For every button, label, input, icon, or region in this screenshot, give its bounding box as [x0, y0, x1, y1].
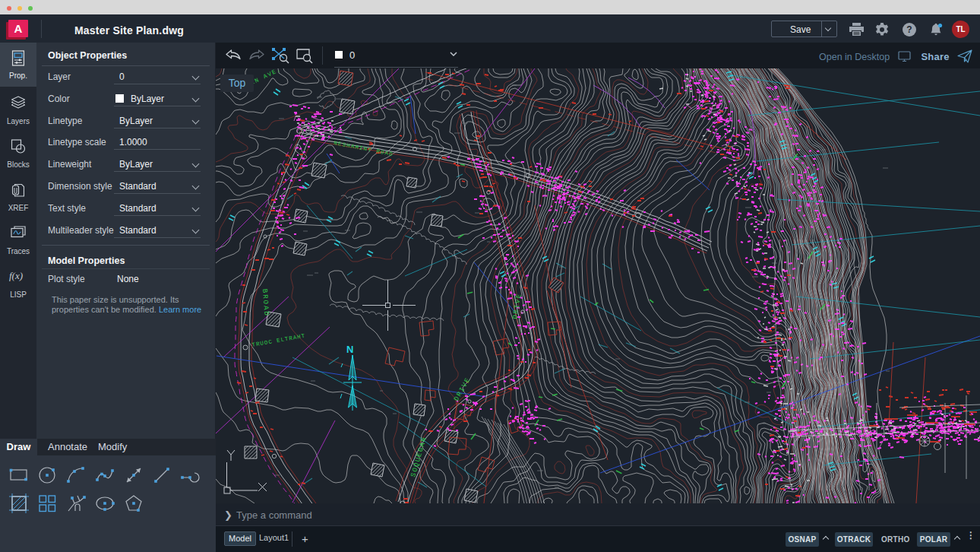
- svg-text:N: N: [346, 344, 353, 355]
- svg-text:?: ?: [906, 24, 912, 35]
- svg-text:f(x): f(x): [9, 270, 23, 281]
- svg-text:BROAD: BROAD: [261, 289, 270, 318]
- svg-text:DRIVE: DRIVE: [511, 293, 523, 320]
- svg-text:TRUOC ELTRAHT: TRUOC ELTRAHT: [251, 333, 306, 348]
- svg-text:DRIVE: DRIVE: [453, 376, 473, 403]
